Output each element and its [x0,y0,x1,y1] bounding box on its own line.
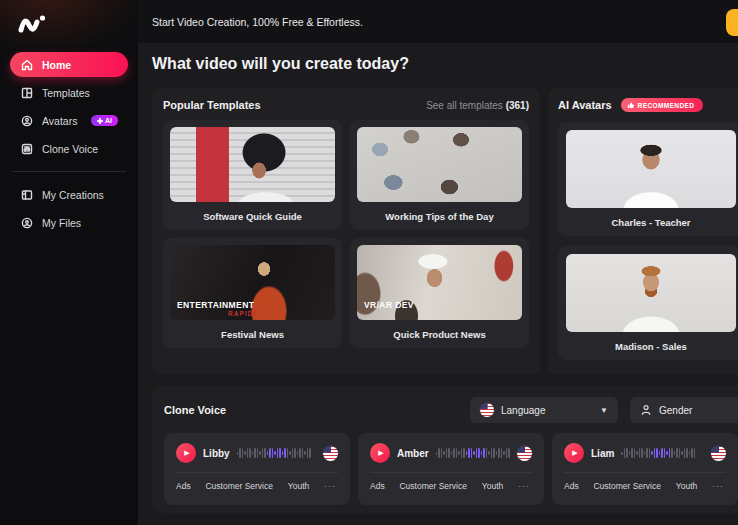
play-button[interactable]: ▶ [564,443,584,463]
us-flag-icon [711,446,726,461]
voice-card-divider [564,472,726,473]
home-icon [20,59,33,71]
thumbnail-overlay-text: ENTERTAINMENT [177,300,254,310]
files-icon [20,217,33,229]
waveform [237,445,316,461]
voice-tag: Ads [564,481,579,491]
popular-templates-header: Popular Templates See all templates (361… [163,99,529,111]
avatar-photo [566,254,736,332]
more-tags-button[interactable]: ··· [712,481,724,491]
voice-name: Libby [203,448,230,459]
waveform [621,445,704,461]
avatars-icon [20,115,33,127]
section-title: Popular Templates [163,99,261,111]
voice-card: ▶ Libby Ads Customer Service Youth ··· [164,433,350,505]
play-button[interactable]: ▶ [176,443,196,463]
voice-tag: Youth [482,481,503,491]
template-caption: Festival News [170,320,335,348]
more-tags-button[interactable]: ··· [518,481,530,491]
voice-card-divider [176,472,338,473]
voice-card: ▶ Amber Ads Customer Service Youth ··· [358,433,544,505]
play-button[interactable]: ▶ [370,443,390,463]
sidebar-item-label: My Creations [42,189,104,201]
voice-tag: Customer Service [399,481,467,491]
sparkle-icon [97,118,103,124]
section-title: AI Avatars [558,99,612,111]
sidebar-item-label: Clone Voice [42,143,98,155]
waveform [436,445,510,461]
voice-card-top: ▶ Amber [370,443,532,463]
avatar-caption: Madison - Sales [566,332,736,360]
chevron-down-icon: ▼ [600,406,608,415]
template-thumbnail [170,127,335,202]
clone-voice-panel: Clone Voice Language ▼ Gender [152,385,738,513]
cta-button-truncated[interactable] [726,9,738,36]
template-card[interactable]: ENTERTAINMENT RAPIDE Festival News [163,238,342,348]
voice-name: Amber [397,448,429,459]
template-grid: Software Quick Guide Working Tips of the… [163,120,529,348]
template-card[interactable]: Working Tips of the Day [350,120,529,230]
main-content: What video will you create today? Popula… [138,43,738,525]
topbar: Start Video Creation, 100% Free & Effort… [138,0,738,43]
template-thumbnail [357,127,522,202]
voice-tag: Youth [288,481,309,491]
thumbnail-overlay-subtext: RAPIDE [228,310,259,317]
section-title: Clone Voice [164,404,226,416]
template-caption: Working Tips of the Day [357,202,522,230]
more-tags-button[interactable]: ··· [324,481,336,491]
avatar-card[interactable]: Charles - Teacher [558,122,738,236]
voice-filters: Language ▼ Gender [470,397,738,423]
sidebar-item-label: Templates [42,87,90,99]
template-caption: Quick Product News [357,320,522,348]
templates-icon [20,87,33,99]
voice-card-top: ▶ Liam [564,443,726,463]
ai-avatars-header: AI Avatars RECOMMENDED [558,98,738,112]
sidebar-item-home[interactable]: Home [10,52,128,77]
promo-text: Start Video Creation, 100% Free & Effort… [152,16,363,28]
voice-tags: Ads Customer Service Youth ··· [370,481,532,491]
voice-tag: Customer Service [205,481,273,491]
voice-card-list: ▶ Libby Ads Customer Service Youth ··· [164,433,738,505]
voice-name: Liam [591,448,614,459]
template-card[interactable]: Software Quick Guide [163,120,342,230]
template-thumbnail: VR/AR DEV [357,245,522,320]
sidebar-nav: Home Templates Avatars AI [10,52,128,238]
sidebar-item-my-files[interactable]: My Files [10,210,128,235]
template-card[interactable]: VR/AR DEV Quick Product News [350,238,529,348]
ai-badge: AI [91,115,118,126]
voice-tag: Customer Service [593,481,661,491]
language-dropdown[interactable]: Language ▼ [470,397,618,423]
template-count: (361) [506,100,529,111]
page-title: What video will you create today? [152,55,409,73]
wave-logo-icon [16,11,50,35]
popular-templates-panel: Popular Templates See all templates (361… [152,88,540,375]
sidebar-item-label: My Files [42,217,81,229]
avatar-card[interactable]: Madison - Sales [558,246,738,360]
us-flag-icon [480,403,494,417]
brand-logo[interactable] [16,10,56,36]
sidebar: Home Templates Avatars AI [0,0,138,525]
sidebar-item-clone-voice[interactable]: Clone Voice [10,136,128,161]
template-caption: Software Quick Guide [170,202,335,230]
ai-avatars-panel: AI Avatars RECOMMENDED Charles - Teacher… [548,88,738,375]
creations-icon [20,189,33,201]
person-icon [640,404,652,416]
sidebar-item-templates[interactable]: Templates [10,80,128,105]
voice-tags: Ads Customer Service Youth ··· [176,481,338,491]
template-thumbnail: ENTERTAINMENT RAPIDE [170,245,335,320]
avatar-photo [566,130,736,208]
clone-voice-icon [20,143,33,155]
sidebar-item-label: Avatars [42,115,77,127]
see-all-templates-link[interactable]: See all templates (361) [426,100,529,111]
language-dropdown-label: Language [501,405,546,416]
avatar-caption: Charles - Teacher [566,208,736,236]
gender-dropdown[interactable]: Gender [630,397,738,423]
recommended-badge: RECOMMENDED [621,98,704,112]
clone-voice-header: Clone Voice Language ▼ Gender [164,397,738,423]
us-flag-icon [517,446,532,461]
voice-card-top: ▶ Libby [176,443,338,463]
sidebar-item-my-creations[interactable]: My Creations [10,182,128,207]
sidebar-item-avatars[interactable]: Avatars AI [10,108,128,133]
voice-tag: Youth [676,481,697,491]
sidebar-item-label: Home [42,59,71,71]
